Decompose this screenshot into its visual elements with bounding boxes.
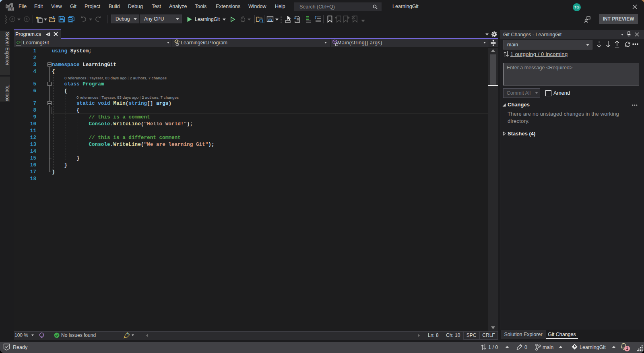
svg-text:PRE: PRE xyxy=(8,8,13,10)
